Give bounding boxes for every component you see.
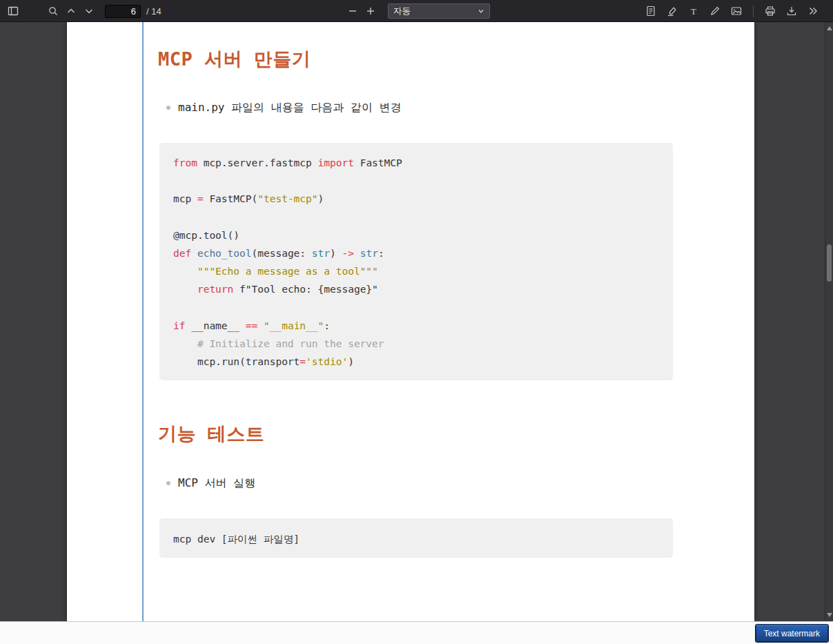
code-token: echo_tool <box>191 248 251 259</box>
code-line: """Echo a message as a tool""" <box>173 262 673 280</box>
code-line: return f"Tool echo: {message}" <box>173 280 673 298</box>
code-line <box>173 208 673 226</box>
toolbar-left-group: / 14 <box>4 0 161 22</box>
highlighter-icon <box>667 6 678 17</box>
code-token: = <box>300 356 306 367</box>
scroll-down-arrow[interactable] <box>827 613 832 617</box>
download-icon <box>786 6 797 17</box>
code-token: mcp <box>173 193 197 204</box>
scrollbar-thumb[interactable] <box>827 244 832 282</box>
code-token: f"Tool echo: {message}" <box>233 284 378 295</box>
code-token: str <box>312 248 330 259</box>
viewer-area: MCP 서버 만들기 main.py 파일의 내용을 다음과 같이 변경 fro… <box>0 22 825 621</box>
minus-icon <box>347 6 358 17</box>
zoom-out-button[interactable] <box>344 2 362 20</box>
sidebar-toggle-button[interactable] <box>4 2 22 20</box>
list-item-text: MCP 서버 실행 <box>178 475 255 491</box>
code-line: from mcp.server.fastmcp import FastMCP <box>173 154 673 172</box>
add-image-button[interactable] <box>727 2 745 20</box>
code-token: -> <box>342 248 354 259</box>
code-token: "__main__" <box>257 320 324 331</box>
code-token: ) <box>348 356 354 367</box>
zoom-select[interactable]: 자동 <box>388 3 490 19</box>
toolbar-right-group: T <box>642 0 822 22</box>
code-token: : <box>324 320 330 331</box>
code-token: FastMCP( <box>204 193 258 204</box>
save-button[interactable] <box>783 2 801 20</box>
highlight-button[interactable] <box>663 2 681 20</box>
code-token: FastMCP <box>354 157 402 168</box>
code-token: if <box>173 320 185 331</box>
print-button[interactable] <box>761 2 779 20</box>
sidebar-toggle-icon <box>8 6 19 17</box>
code-line: # Initialize and run the server <box>173 335 673 353</box>
section-heading-2: 기능 테스트 <box>158 422 264 447</box>
toolbar-zoom-group: 자동 <box>344 0 490 22</box>
search-button[interactable] <box>44 2 62 20</box>
code-token: ) <box>330 248 342 259</box>
code-token: # Initialize and run the server <box>173 338 384 349</box>
plus-icon <box>365 6 376 17</box>
code-token: return <box>173 284 233 295</box>
code-block: from mcp.server.fastmcp import FastMCP m… <box>159 143 673 380</box>
code-token: "test-mcp" <box>257 193 317 204</box>
bullet-icon <box>166 106 170 110</box>
freetext-button[interactable]: T <box>685 2 703 20</box>
more-tools-button[interactable] <box>804 2 822 20</box>
code-token: mcp.server.fastmcp <box>197 157 318 168</box>
text-watermark-button[interactable]: Text watermark <box>756 625 828 642</box>
code-line: @mcp.tool() <box>173 226 673 244</box>
section-heading-1: MCP 서버 만들기 <box>158 47 311 72</box>
code-line <box>173 299 673 317</box>
list-item: main.py 파일의 내용을 다음과 같이 변경 <box>166 99 402 116</box>
vertical-scrollbar[interactable] <box>825 22 833 621</box>
printer-icon <box>765 6 776 17</box>
code-block-1-content: from mcp.server.fastmcp import FastMCP m… <box>173 154 673 371</box>
code-line: mcp.run(transport='stdio') <box>173 353 673 371</box>
code-token: import <box>318 157 354 168</box>
code-token: == <box>246 320 257 331</box>
page-accent-border <box>142 22 144 621</box>
code-token: ) <box>318 193 324 204</box>
code-line: mcp dev [파이썬 파일명] <box>173 530 673 548</box>
pdf-page: MCP 서버 만들기 main.py 파일의 내용을 다음과 같이 변경 fro… <box>67 22 754 621</box>
bullet-icon <box>166 481 170 485</box>
chevron-up-icon <box>66 6 77 17</box>
next-page-button[interactable] <box>80 2 98 20</box>
code-line: if __name__ == "__main__": <box>173 317 673 335</box>
code-line: def echo_tool(message: str) -> str: <box>173 244 673 262</box>
document-icon <box>645 6 656 17</box>
code-line <box>173 172 673 190</box>
code-block: mcp dev [파이썬 파일명] <box>159 518 673 558</box>
text-edit-button[interactable] <box>642 2 660 20</box>
page-count-label: / 14 <box>146 6 161 17</box>
zoom-in-button[interactable] <box>362 2 380 20</box>
svg-text:T: T <box>691 6 696 17</box>
zoom-select-value: 자동 <box>393 6 411 17</box>
code-token: def <box>173 248 191 259</box>
scroll-up-arrow[interactable] <box>827 26 832 30</box>
code-token: (message: <box>252 248 312 259</box>
previous-page-button[interactable] <box>62 2 80 20</box>
code-token: @mcp.tool() <box>173 230 239 241</box>
code-token: from <box>173 157 197 168</box>
page-number-input[interactable] <box>105 5 141 18</box>
code-token: str <box>354 248 378 259</box>
double-chevron-right-icon <box>807 6 819 17</box>
list-item: MCP 서버 실행 <box>166 475 255 491</box>
text-tool-icon: T <box>688 6 699 17</box>
chevron-down-icon <box>84 6 95 17</box>
chevron-down-icon <box>478 8 484 14</box>
image-icon <box>731 6 742 17</box>
list-item-text: main.py 파일의 내용을 다음과 같이 변경 <box>178 99 402 116</box>
pdf-toolbar: / 14 자동 T <box>0 0 833 22</box>
draw-button[interactable] <box>706 2 724 20</box>
code-token: : <box>378 248 384 259</box>
code-line: mcp = FastMCP("test-mcp") <box>173 190 673 208</box>
code-token: 'stdio' <box>306 356 348 367</box>
code-token: __name__ <box>185 320 245 331</box>
code-token: """Echo a message as a tool""" <box>173 266 378 277</box>
code-token: = <box>197 193 204 204</box>
pen-icon <box>709 6 721 17</box>
search-icon <box>48 6 59 17</box>
